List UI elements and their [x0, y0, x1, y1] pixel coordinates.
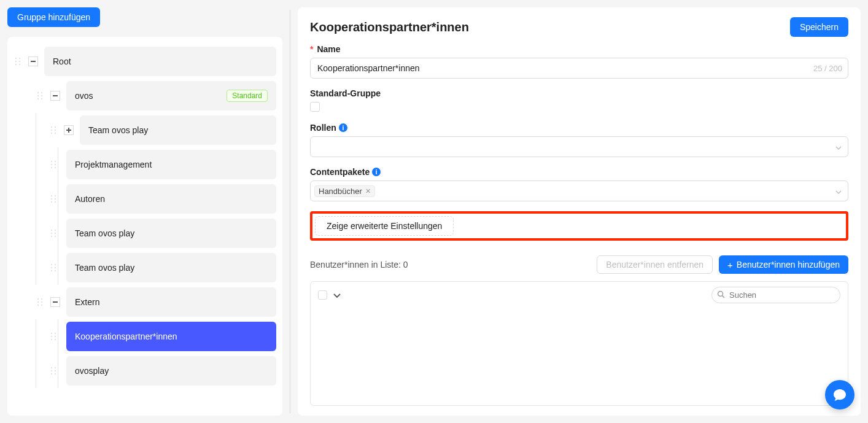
tree-node-autoren[interactable]: Autoren	[66, 184, 276, 214]
panel-divider[interactable]	[290, 10, 290, 413]
svg-point-16	[51, 130, 52, 131]
drag-handle-icon[interactable]	[49, 160, 58, 169]
collapse-toggle[interactable]	[50, 91, 60, 101]
svg-point-27	[55, 167, 56, 168]
svg-point-19	[55, 133, 56, 134]
svg-line-66	[723, 295, 725, 298]
plus-icon: +	[727, 260, 733, 270]
chevron-down-icon	[835, 186, 842, 196]
svg-rect-13	[53, 95, 58, 96]
svg-point-28	[51, 195, 52, 196]
tree-row-pm: Projektmanagement	[14, 150, 276, 179]
svg-point-36	[51, 233, 52, 234]
tree-node-label: Kooperationspartner*innen	[75, 332, 177, 341]
svg-point-9	[37, 95, 39, 96]
contentpakete-select[interactable]: Handbücher ✕	[310, 180, 848, 201]
tree-node-label: Team ovos play	[75, 228, 134, 238]
info-icon[interactable]: i	[339, 123, 347, 132]
users-in-list-label: Benutzer*innen in Liste: 0	[310, 260, 408, 270]
tree-node-pm[interactable]: Projektmanagement	[66, 150, 276, 179]
tree-row-root: Root	[14, 47, 276, 76]
drag-handle-icon[interactable]	[14, 57, 22, 66]
chevron-down-icon	[835, 142, 842, 152]
svg-point-37	[55, 233, 56, 234]
tree-node-label: Root	[53, 56, 71, 66]
svg-point-46	[37, 298, 39, 300]
users-table	[310, 281, 848, 406]
svg-point-3	[19, 61, 20, 62]
drag-handle-icon[interactable]	[49, 263, 58, 272]
svg-point-18	[51, 133, 52, 134]
svg-point-32	[51, 201, 52, 203]
chat-icon	[832, 387, 847, 402]
svg-point-24	[51, 164, 52, 165]
rollen-label: Rollen i	[310, 123, 848, 133]
tree-row-ovos: ovos Standard	[14, 81, 276, 111]
chevron-down-icon[interactable]	[333, 290, 341, 301]
svg-point-63	[51, 373, 52, 374]
collapse-toggle[interactable]	[50, 297, 60, 307]
tree-node-root[interactable]: Root	[44, 47, 276, 76]
tree-row-autoren: Autoren	[14, 184, 276, 214]
drag-handle-icon[interactable]	[49, 332, 58, 341]
svg-point-11	[37, 98, 39, 99]
tree-node-label: ovosplay	[75, 366, 109, 376]
svg-point-42	[51, 267, 52, 268]
svg-point-64	[55, 373, 56, 374]
add-group-button[interactable]: Gruppe hinzufügen	[7, 7, 100, 27]
svg-point-50	[37, 305, 39, 306]
tree-row-team1: Team ovos play	[14, 115, 276, 145]
search-input[interactable]	[711, 287, 840, 303]
svg-point-43	[55, 267, 56, 268]
svg-point-30	[51, 198, 52, 200]
svg-point-62	[55, 370, 56, 371]
tree-node-team1[interactable]: Team ovos play	[80, 115, 276, 145]
close-icon[interactable]: ✕	[365, 187, 371, 195]
tree-node-kooperationspartner[interactable]: Kooperationspartner*innen	[66, 322, 276, 351]
drag-handle-icon[interactable]	[49, 195, 58, 203]
svg-point-10	[41, 95, 42, 96]
svg-point-54	[55, 333, 56, 334]
standard-gruppe-checkbox[interactable]	[310, 102, 320, 112]
tree-node-ovos[interactable]: ovos Standard	[66, 81, 276, 111]
contentpakete-label: Contentpakete i	[310, 167, 848, 177]
svg-point-60	[55, 367, 56, 368]
group-tree: Root ovos Standard	[7, 37, 282, 416]
save-button[interactable]: Speichern	[790, 17, 848, 37]
tree-node-team3[interactable]: Team ovos play	[66, 253, 276, 282]
name-input[interactable]	[310, 58, 848, 79]
tree-node-label: Autoren	[75, 194, 105, 204]
chat-launcher-button[interactable]	[825, 380, 854, 409]
drag-handle-icon[interactable]	[49, 126, 58, 134]
svg-point-8	[41, 92, 42, 93]
svg-point-39	[55, 236, 56, 237]
select-all-checkbox[interactable]	[318, 290, 327, 300]
svg-point-15	[55, 126, 56, 128]
drag-handle-icon[interactable]	[49, 229, 58, 238]
info-icon[interactable]: i	[372, 168, 381, 176]
collapse-toggle[interactable]	[28, 56, 38, 66]
svg-point-49	[41, 301, 42, 303]
svg-point-40	[51, 264, 52, 265]
char-count: 25 / 200	[813, 64, 842, 73]
show-advanced-button[interactable]: Zeige erweiterte Einstellungen	[315, 216, 454, 236]
tree-node-ovosplay[interactable]: ovosplay	[66, 356, 276, 386]
tree-node-team2[interactable]: Team ovos play	[66, 219, 276, 248]
tree-node-label: ovos	[75, 91, 93, 101]
tree-node-extern[interactable]: Extern	[66, 287, 276, 317]
drag-handle-icon[interactable]	[36, 91, 44, 100]
svg-point-41	[55, 264, 56, 265]
svg-point-5	[19, 64, 20, 65]
remove-users-button[interactable]: Benutzer*innen entfernen	[597, 255, 713, 274]
highlight-box: Zeige erweiterte Einstellungen	[310, 211, 848, 241]
rollen-select[interactable]	[310, 136, 848, 157]
svg-point-12	[41, 98, 42, 99]
drag-handle-icon[interactable]	[36, 298, 44, 306]
svg-point-25	[55, 164, 56, 165]
add-users-button[interactable]: + Benutzer*innen hinzufügen	[719, 255, 848, 274]
expand-toggle[interactable]	[64, 125, 74, 135]
svg-point-56	[55, 336, 56, 337]
svg-point-4	[15, 64, 17, 65]
drag-handle-icon[interactable]	[49, 367, 58, 375]
svg-point-22	[51, 161, 52, 162]
